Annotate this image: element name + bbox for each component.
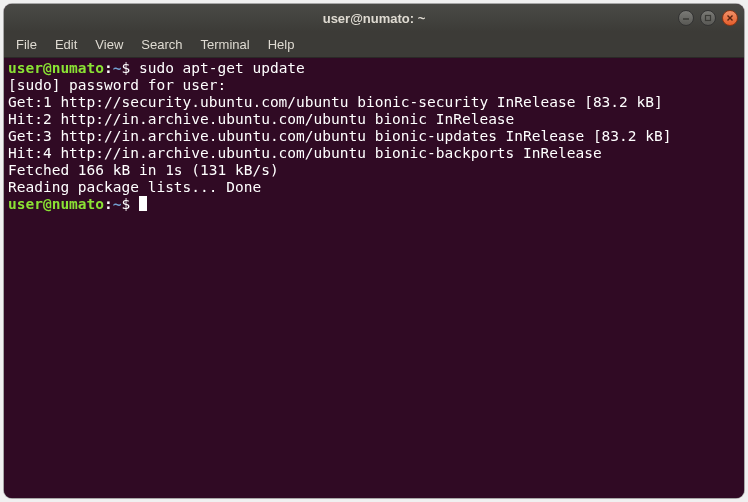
terminal-area[interactable]: user@numato:~$ sudo apt-get update[sudo]…	[4, 58, 744, 498]
prompt-colon: :	[104, 196, 113, 212]
menubar: File Edit View Search Terminal Help	[4, 32, 744, 58]
output-line: Hit:2 http://in.archive.ubuntu.com/ubunt…	[8, 111, 740, 128]
prompt-user-host: user@numato	[8, 60, 104, 76]
terminal-window: user@numato: ~ File Edit View Search Ter…	[4, 4, 744, 498]
terminal-line: user@numato:~$	[8, 196, 740, 213]
output-line: Get:3 http://in.archive.ubuntu.com/ubunt…	[8, 128, 740, 145]
minimize-button[interactable]	[678, 10, 694, 26]
menu-terminal[interactable]: Terminal	[193, 33, 258, 56]
output-line: [sudo] password for user:	[8, 77, 740, 94]
titlebar: user@numato: ~	[4, 4, 744, 32]
close-button[interactable]	[722, 10, 738, 26]
minimize-icon	[682, 14, 690, 22]
prompt-symbol: $	[122, 60, 131, 76]
prompt-path: ~	[113, 60, 122, 76]
cursor-icon	[139, 196, 147, 211]
output-line: Hit:4 http://in.archive.ubuntu.com/ubunt…	[8, 145, 740, 162]
window-controls	[678, 10, 738, 26]
output-line: Fetched 166 kB in 1s (131 kB/s)	[8, 162, 740, 179]
prompt-symbol: $	[122, 196, 131, 212]
prompt-path: ~	[113, 196, 122, 212]
menu-file[interactable]: File	[8, 33, 45, 56]
output-line: Reading package lists... Done	[8, 179, 740, 196]
menu-help[interactable]: Help	[260, 33, 303, 56]
menu-edit[interactable]: Edit	[47, 33, 85, 56]
maximize-icon	[704, 14, 712, 22]
terminal-line: user@numato:~$ sudo apt-get update	[8, 60, 740, 77]
prompt-user-host: user@numato	[8, 196, 104, 212]
prompt-colon: :	[104, 60, 113, 76]
output-line: Get:1 http://security.ubuntu.com/ubuntu …	[8, 94, 740, 111]
window-title: user@numato: ~	[323, 11, 426, 26]
menu-search[interactable]: Search	[133, 33, 190, 56]
close-icon	[726, 14, 734, 22]
svg-rect-1	[706, 16, 711, 21]
command-text: sudo apt-get update	[139, 60, 305, 76]
maximize-button[interactable]	[700, 10, 716, 26]
menu-view[interactable]: View	[87, 33, 131, 56]
